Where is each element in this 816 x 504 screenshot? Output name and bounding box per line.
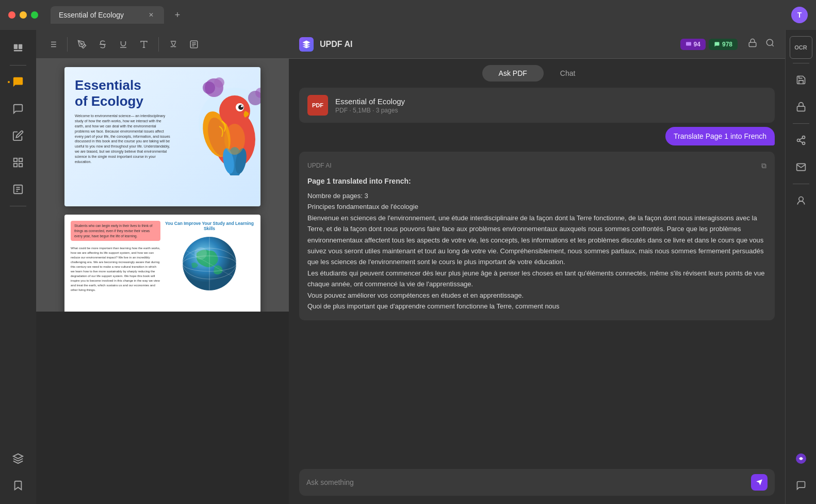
ask-input[interactable]: [306, 478, 746, 486]
avatar: T: [791, 7, 808, 23]
text-box-icon[interactable]: [186, 36, 202, 53]
ai-input-area: [289, 463, 785, 504]
toolbar: [36, 30, 289, 59]
right-icon-protect[interactable]: [789, 94, 813, 119]
right-icon-mail[interactable]: [789, 155, 813, 180]
list-icon[interactable]: [44, 36, 61, 53]
file-title: Essential of Ecology: [335, 97, 405, 106]
ai-badges: 94 978: [680, 39, 738, 50]
svg-point-64: [798, 197, 803, 201]
ai-messages[interactable]: Translate Page 1 into French UPDF AI ⧉ P…: [289, 127, 785, 463]
svg-point-61: [802, 142, 805, 144]
sidebar-icon-bookmark[interactable]: [6, 473, 30, 498]
pdf-viewer[interactable]: Essentialsof Ecology Welcome to environm…: [36, 59, 289, 312]
page2-right-title: You Can Improve Your Study and Learning …: [165, 221, 254, 231]
sidebar-divider-2: [10, 206, 26, 206]
sidebar-icon-edit[interactable]: [6, 123, 30, 148]
ai-label: UPDF AI: [307, 161, 332, 171]
text-icon[interactable]: [165, 36, 182, 53]
sidebar-right: OCR: [785, 30, 816, 504]
ai-title: UPDF AI: [320, 40, 352, 49]
file-info: Essential of Ecology PDF · 5,1MB · 3 pag…: [335, 97, 405, 114]
sidebar-left: [0, 30, 36, 504]
toolbar-divider-2: [158, 37, 159, 52]
right-icon-chat[interactable]: [789, 473, 813, 498]
right-icon-ai[interactable]: [789, 446, 813, 471]
sidebar-icon-form[interactable]: [6, 177, 30, 202]
svg-point-18: [81, 43, 83, 44]
underline-icon[interactable]: [115, 36, 132, 53]
ai-panel: UPDF AI 94 978: [289, 30, 785, 504]
pdf-page-1: Essentialsof Ecology Welcome to environm…: [64, 67, 260, 206]
text-color-icon[interactable]: [136, 36, 152, 53]
tab-essential-ecology[interactable]: Essential of Ecology ✕: [51, 6, 164, 24]
sidebar-icon-reader[interactable]: [6, 36, 30, 61]
svg-point-54: [766, 39, 773, 45]
right-divider-1: [793, 63, 809, 63]
new-tab-button[interactable]: +: [170, 8, 185, 22]
ai-tabs: Ask PDF Chat: [289, 59, 785, 88]
page2-highlight: Students who can begin early in their li…: [71, 221, 160, 241]
right-icon-share[interactable]: [789, 128, 813, 153]
right-divider-3: [793, 184, 809, 184]
globe-illustration: [181, 235, 238, 292]
tab-chat[interactable]: Chat: [544, 65, 592, 82]
ai-header-icons: [748, 38, 775, 50]
ai-response: UPDF AI ⧉ Page 1 translated into French:…: [299, 152, 775, 320]
pen-icon[interactable]: [74, 36, 90, 53]
response-body: Nombre de pages: 3 Principes fondamentau…: [307, 190, 766, 312]
svg-line-63: [799, 138, 803, 139]
updf-logo: [299, 37, 314, 52]
ai-header: UPDF AI 94 978: [289, 30, 785, 59]
badge-green: 978: [709, 39, 738, 50]
pdf-page-2: Students who can begin early in their li…: [64, 215, 260, 312]
user-message: Translate Page 1 into French: [665, 127, 775, 145]
tab-title: Essential of Ecology: [59, 11, 124, 19]
svg-rect-0: [14, 44, 18, 49]
svg-rect-1: [19, 44, 22, 49]
right-divider-2: [793, 123, 809, 124]
response-heading: Page 1 translated into French:: [307, 175, 766, 187]
minimize-button[interactable]: [20, 11, 27, 19]
search-icon[interactable]: [765, 38, 775, 50]
ai-response-header: UPDF AI ⧉: [307, 160, 766, 171]
svg-rect-50: [686, 42, 691, 45]
svg-rect-2: [14, 50, 23, 52]
svg-rect-58: [797, 106, 805, 111]
sidebar-icon-organize[interactable]: [6, 150, 30, 175]
right-icon-ocr[interactable]: OCR: [790, 36, 812, 59]
sidebar-icon-layers[interactable]: [6, 446, 30, 471]
svg-rect-3: [14, 158, 17, 161]
sidebar-divider-1: [10, 65, 26, 66]
svg-rect-4: [19, 158, 22, 161]
sidebar-icon-comment[interactable]: [6, 96, 30, 121]
tab-close-button[interactable]: ✕: [146, 10, 156, 20]
right-icon-save[interactable]: [789, 68, 813, 92]
svg-marker-57: [756, 479, 762, 485]
badge-purple: 94: [680, 39, 706, 50]
svg-point-59: [802, 136, 805, 139]
sidebar-icon-markup[interactable]: [6, 70, 30, 94]
svg-point-49: [194, 247, 207, 259]
close-button[interactable]: [8, 11, 15, 19]
toolbar-divider-1: [67, 37, 68, 52]
copy-icon[interactable]: ⧉: [761, 160, 766, 171]
tab-ask-pdf[interactable]: Ask PDF: [482, 65, 544, 82]
svg-point-43: [224, 124, 245, 155]
window-controls: [8, 11, 38, 19]
page1-body: Welcome to environmental science— an int…: [75, 113, 171, 164]
maximize-button[interactable]: [31, 11, 38, 19]
page1-title: Essentialsof Ecology: [75, 77, 250, 109]
svg-rect-5: [14, 164, 17, 167]
pdf-pages: Essentialsof Ecology Welcome to environm…: [36, 59, 289, 312]
strikethrough-icon[interactable]: [94, 36, 111, 53]
svg-rect-53: [749, 42, 756, 46]
send-button[interactable]: [751, 474, 768, 491]
svg-rect-6: [19, 164, 22, 167]
right-icon-stamp[interactable]: [789, 188, 813, 213]
pdf-file-icon: PDF: [307, 95, 328, 116]
pdf-section: Essentialsof Ecology Welcome to environm…: [36, 30, 289, 504]
lock-icon[interactable]: [748, 38, 757, 50]
svg-point-66: [800, 458, 802, 460]
ai-input-box: [299, 469, 775, 496]
